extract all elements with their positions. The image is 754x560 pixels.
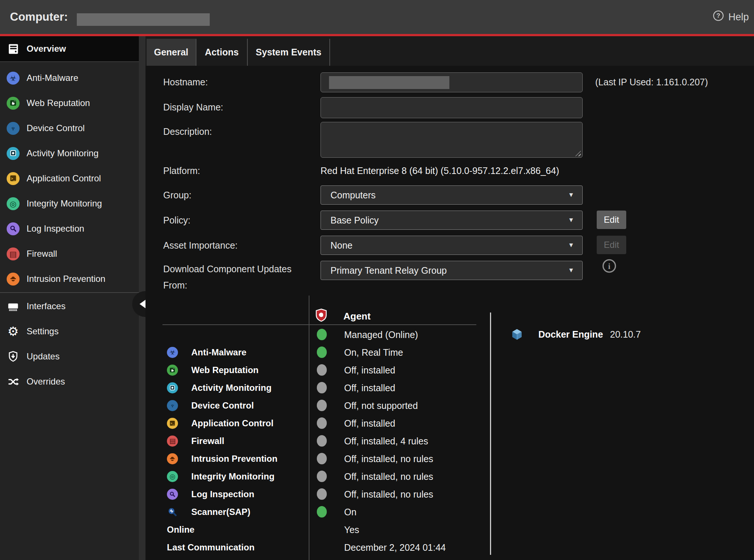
status-dot-gray xyxy=(317,364,327,376)
sidebar-item-label: Overview xyxy=(27,44,66,54)
svg-text:?: ? xyxy=(717,12,720,19)
edit-asset-importance-button-disabled[interactable]: Edit xyxy=(597,236,626,254)
sidebar-item-web-reputation[interactable]: Web Reputation xyxy=(0,91,139,116)
status-value: Off, installed, no rules xyxy=(344,485,433,503)
svg-text:>_: >_ xyxy=(11,177,15,181)
help-icon: ? xyxy=(713,10,724,24)
firewall-icon: ▤ xyxy=(7,247,20,260)
sidebar-item-label: Application Control xyxy=(27,173,101,184)
sidebar-item-firewall[interactable]: ▤Firewall xyxy=(0,241,139,266)
tab-bar: GeneralActionsSystem Events xyxy=(145,36,754,66)
hostname-input[interactable] xyxy=(321,72,583,92)
tab-general[interactable]: General xyxy=(147,39,196,66)
agent-status-row-online: OnlineYes xyxy=(145,521,490,539)
help-button[interactable]: ? Help xyxy=(713,0,749,34)
platform-label: Platform: xyxy=(163,165,200,176)
tab-actions[interactable]: Actions xyxy=(196,39,248,66)
status-dot-gray xyxy=(317,382,327,393)
module-label: Log Inspection xyxy=(191,485,254,503)
sidebar-item-label: Log Inspection xyxy=(27,223,84,234)
agent-status-row-integrity-monitoring: ◎Integrity MonitoringOff, installed, no … xyxy=(145,468,490,485)
asset-importance-select[interactable]: None ▼ xyxy=(321,236,583,255)
asset-importance-label: Asset Importance: xyxy=(163,240,237,251)
computer-details-window: Computer: ? Help Overview☣Anti-MalwareWe… xyxy=(0,0,754,560)
sidebar-item-overrides[interactable]: Overrides xyxy=(0,369,139,394)
docker-icon xyxy=(510,327,524,342)
scanner-sap-icon xyxy=(167,506,178,518)
sidebar-item-label: Overrides xyxy=(27,376,65,387)
sidebar-item-settings[interactable]: ⚙Settings xyxy=(0,319,139,344)
svg-text:i: i xyxy=(608,262,610,271)
last-ip-used: (Last IP Used: 1.161.0.207) xyxy=(595,77,708,88)
module-label: Anti-Malware xyxy=(191,344,246,361)
module-label: Online xyxy=(167,521,195,539)
status-value: Off, installed, no rules xyxy=(344,450,433,468)
device-control-icon: ♆ xyxy=(7,122,20,135)
module-label: Intrusion Prevention xyxy=(191,450,277,468)
sidebar-item-updates[interactable]: Updates xyxy=(0,344,139,369)
edit-policy-button[interactable]: Edit xyxy=(597,211,626,229)
status-dot-green xyxy=(317,506,327,518)
sidebar-item-label: Device Control xyxy=(27,123,85,133)
sidebar-item-device-control[interactable]: ♆Device Control xyxy=(0,116,139,141)
sidebar-item-label: Updates xyxy=(27,351,59,362)
sidebar: Overview☣Anti-MalwareWeb Reputation♆Devi… xyxy=(0,36,139,560)
activity-monitoring-icon xyxy=(167,382,178,393)
status-value: On xyxy=(344,503,356,521)
docker-engine-name: Docker Engine xyxy=(538,328,603,341)
download-updates-label: Download Component Updates From: xyxy=(163,261,291,293)
agent-status-row-web-reputation: Web ReputationOff, installed xyxy=(145,361,490,379)
group-select[interactable]: Computers ▼ xyxy=(321,185,583,205)
policy-value: Base Policy xyxy=(330,215,379,226)
display-name-label: Display Name: xyxy=(163,102,223,113)
firewall-icon: ▤ xyxy=(167,436,178,447)
sidebar-item-overview[interactable]: Overview xyxy=(0,36,139,62)
overview-icon xyxy=(7,42,20,55)
log-inspection-icon xyxy=(167,489,178,500)
agent-status-row-log-inspection: Log InspectionOff, installed, no rules xyxy=(145,485,490,503)
settings-icon: ⚙ xyxy=(7,325,20,338)
agent-header-divider xyxy=(162,324,476,325)
sidebar-item-label: Interfaces xyxy=(27,301,65,311)
display-name-input[interactable] xyxy=(321,97,583,118)
agent-status-row-activity-monitoring: Activity MonitoringOff, installed xyxy=(145,379,490,397)
agent-status-row-intrusion-prevention: Intrusion PreventionOff, installed, no r… xyxy=(145,450,490,468)
sidebar-item-log-inspection[interactable]: Log Inspection xyxy=(0,216,139,241)
sidebar-item-application-control[interactable]: >_Application Control xyxy=(0,166,139,191)
status-value: Off, installed xyxy=(344,361,395,379)
docker-engine-version: 20.10.7 xyxy=(610,328,641,341)
sidebar-item-anti-malware[interactable]: ☣Anti-Malware xyxy=(0,65,139,91)
module-label: Integrity Monitoring xyxy=(191,468,274,485)
status-value: Off, installed xyxy=(344,414,395,432)
module-label: Scanner(SAP) xyxy=(191,503,250,521)
policy-select[interactable]: Base Policy ▼ xyxy=(321,211,583,230)
status-value: Off, not supported xyxy=(344,397,418,414)
status-dot-green xyxy=(317,346,327,358)
redacted-computer-name xyxy=(77,13,210,26)
web-reputation-icon xyxy=(167,365,178,376)
sidebar-item-label: Intrusion Prevention xyxy=(27,274,105,284)
info-icon[interactable]: i xyxy=(602,259,617,273)
module-label: Activity Monitoring xyxy=(191,379,271,397)
application-control-icon: >_ xyxy=(167,418,178,429)
module-label: Last Communication xyxy=(167,539,254,556)
help-label: Help xyxy=(728,11,749,23)
agent-status-row-firewall: ▤FirewallOff, installed, 4 rules xyxy=(145,432,490,450)
module-label: Web Reputation xyxy=(191,361,258,379)
agent-status-row-managed-online: Managed (Online) xyxy=(145,326,490,344)
sidebar-item-integrity-monitoring[interactable]: ◎Integrity Monitoring xyxy=(0,191,139,216)
relay-group-select[interactable]: Primary Tenant Relay Group ▼ xyxy=(321,261,583,280)
status-dot-gray xyxy=(317,400,327,411)
device-control-icon: ♆ xyxy=(167,400,178,411)
group-label: Group: xyxy=(163,190,191,201)
docker-column-divider xyxy=(490,313,491,555)
activity-monitoring-icon xyxy=(7,147,20,160)
sidebar-item-activity-monitoring[interactable]: Activity Monitoring xyxy=(0,141,139,166)
description-input[interactable] xyxy=(321,122,583,158)
overrides-icon xyxy=(7,375,20,388)
integrity-monitoring-icon: ◎ xyxy=(7,197,20,210)
tab-system-events[interactable]: System Events xyxy=(248,39,330,66)
sidebar-item-intrusion-prevention[interactable]: Intrusion Prevention xyxy=(0,266,139,291)
sidebar-item-label: Integrity Monitoring xyxy=(27,198,102,209)
sidebar-item-interfaces[interactable]: Interfaces xyxy=(0,294,139,319)
